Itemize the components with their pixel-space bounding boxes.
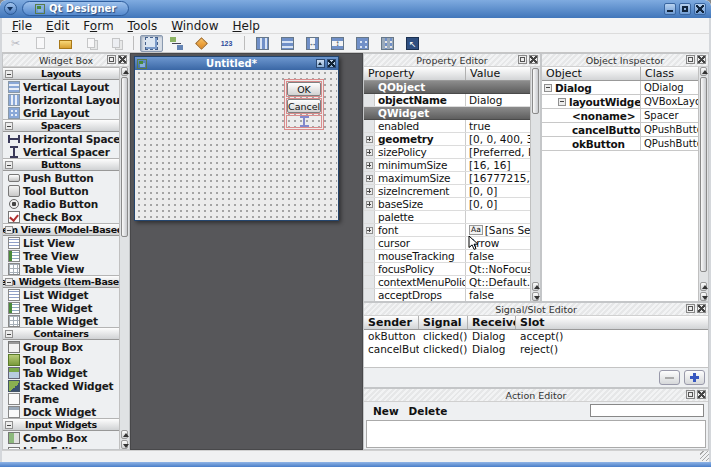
close-icon[interactable] — [697, 390, 706, 399]
scroll-down-icon[interactable] — [532, 292, 539, 301]
widget-item-horizontal-layout[interactable]: Horizontal Layout — [3, 93, 119, 106]
widget-category-layouts[interactable]: Layouts — [3, 67, 119, 80]
scroll-up-icon[interactable] — [121, 430, 128, 439]
maximize-icon[interactable] — [679, 3, 691, 15]
widget-item-group-box[interactable]: Group Box — [3, 340, 119, 353]
minimize-icon[interactable] — [664, 3, 676, 15]
splitter-vertical-button[interactable]: ↕ — [326, 35, 349, 52]
expand-icon[interactable] — [366, 227, 373, 234]
widget-item-list-widget[interactable]: List Widget — [3, 288, 119, 301]
widget-item-vertical-spacer[interactable]: Vertical Spacer — [3, 145, 119, 158]
menu-help[interactable]: Help — [226, 19, 267, 33]
remove-connection-icon[interactable] — [659, 370, 680, 385]
object-inspector-scrollbar[interactable] — [698, 67, 708, 301]
expand-icon[interactable] — [366, 149, 373, 156]
collapse-icon[interactable] — [5, 70, 13, 78]
property-value[interactable]: Dialog — [466, 94, 531, 106]
widget-item-list-view[interactable]: List View — [3, 236, 119, 249]
form-window[interactable]: Untitled* OK Cancel — [134, 56, 339, 221]
expand-icon[interactable] — [366, 188, 373, 195]
object-inspector-header[interactable]: Object Inspector — [542, 54, 708, 67]
form-titlebar[interactable]: Untitled* — [135, 57, 338, 70]
menu-tools[interactable]: Tools — [121, 19, 165, 33]
column-property[interactable]: Property — [364, 67, 466, 80]
property-value[interactable] — [466, 211, 531, 223]
action-list[interactable] — [366, 420, 706, 448]
shade-icon[interactable] — [316, 59, 325, 68]
close-icon[interactable] — [697, 304, 706, 313]
close-icon[interactable] — [529, 55, 538, 64]
widget-item-frame[interactable]: Frame — [3, 392, 119, 405]
layout-grid-button[interactable] — [351, 35, 374, 52]
widget-item-table-widget[interactable]: Table Widget — [3, 314, 119, 327]
scrollbar-thumb[interactable] — [700, 77, 707, 272]
property-value[interactable]: false — [466, 289, 531, 301]
splitter-horizontal-button[interactable]: ↔ — [301, 35, 324, 52]
edit-tab-order-button[interactable]: 123 — [215, 35, 238, 52]
widget-category-item-widgets-item-based[interactable]: Item Widgets (Item-Based) — [3, 275, 119, 288]
widget-item-tree-view[interactable]: Tree View — [3, 249, 119, 262]
close-icon[interactable] — [694, 3, 706, 15]
property-row-contextmenupolicy[interactable]: contextMenuPolicyQt::Default... — [364, 276, 531, 289]
scrollbar-thumb[interactable] — [532, 68, 539, 114]
widget-category-input-widgets[interactable]: Input Widgets — [3, 418, 119, 431]
adjust-size-button[interactable]: ↖ — [401, 35, 424, 52]
widget-item-check-box[interactable]: Check Box — [3, 210, 119, 223]
object-row-noname[interactable]: <noname>Spacer — [542, 109, 699, 123]
property-value[interactable]: false — [466, 250, 531, 262]
float-icon[interactable] — [107, 55, 116, 64]
collapse-icon[interactable] — [5, 122, 13, 130]
widget-item-line-edit[interactable]: Line Edit — [3, 444, 119, 449]
property-row-sizeincrement[interactable]: sizeIncrement[0, 0] — [364, 185, 531, 198]
property-row-objectname[interactable]: objectNameDialog — [364, 94, 531, 107]
column-receiver[interactable]: Receiver — [468, 316, 516, 329]
expand-icon[interactable] — [366, 201, 373, 208]
property-row-sizepolicy[interactable]: sizePolicy[Preferred, P... — [364, 146, 531, 159]
property-value[interactable]: [16, 16] — [466, 159, 531, 171]
property-row-mousetracking[interactable]: mouseTrackingfalse — [364, 250, 531, 263]
document-button[interactable] — [29, 35, 52, 52]
property-row-enabled[interactable]: enabledtrue — [364, 120, 531, 133]
widget-item-tool-button[interactable]: Tool Button — [3, 184, 119, 197]
widget-category-containers[interactable]: Containers — [3, 327, 119, 340]
window-menu-button[interactable] — [4, 2, 17, 15]
form-canvas[interactable]: OK Cancel — [136, 70, 337, 219]
copy-button[interactable] — [79, 35, 102, 52]
object-row-dialog[interactable]: DialogQDialog — [542, 81, 699, 95]
float-icon[interactable] — [518, 55, 527, 64]
expand-icon[interactable] — [366, 175, 373, 182]
widget-item-horizontal-spacer[interactable]: Horizontal Spacer — [3, 132, 119, 145]
paste-button[interactable] — [104, 35, 127, 52]
action-filter-input[interactable] — [590, 404, 704, 417]
scroll-up-icon[interactable] — [700, 67, 707, 76]
layout-selection[interactable]: OK Cancel — [284, 79, 324, 130]
property-row-font[interactable]: fontAa[Sans Se... — [364, 224, 531, 237]
property-row-focuspolicy[interactable]: focusPolicyQt::NoFocus — [364, 263, 531, 276]
close-icon[interactable] — [327, 59, 336, 68]
widget-item-tab-widget[interactable]: Tab Widget — [3, 366, 119, 379]
menu-window[interactable]: Window — [164, 19, 225, 33]
property-scrollbar[interactable] — [530, 67, 540, 301]
expand-icon[interactable] — [366, 136, 373, 143]
folder-open-button[interactable] — [54, 35, 77, 52]
menu-file[interactable]: File — [5, 19, 39, 33]
property-value[interactable]: [16777215,... — [466, 172, 531, 184]
column-class[interactable]: Class — [641, 67, 699, 80]
window-titlebar[interactable]: Qt Designer — [0, 0, 711, 18]
scroll-up-icon[interactable] — [121, 67, 128, 76]
widget-item-stacked-widget[interactable]: Stacked Widget — [3, 379, 119, 392]
column-slot[interactable]: Slot — [516, 316, 708, 329]
property-value[interactable]: Qt::NoFocus — [466, 263, 531, 275]
scroll-up-icon[interactable] — [700, 282, 707, 291]
property-row-maximumsize[interactable]: maximumSize[16777215,... — [364, 172, 531, 185]
property-row-palette[interactable]: palette — [364, 211, 531, 224]
property-value[interactable]: true — [466, 120, 531, 132]
object-row-layoutwidget[interactable]: layoutWidgetQVBoxLayout — [542, 95, 699, 109]
column-object[interactable]: Object — [542, 67, 641, 80]
property-row-acceptdrops[interactable]: acceptDropsfalse — [364, 289, 531, 301]
widget-item-combo-box[interactable]: Combo Box — [3, 431, 119, 444]
property-row-cursor[interactable]: cursorArrow — [364, 237, 531, 250]
layout-vertical-button[interactable] — [276, 35, 299, 52]
widget-item-table-view[interactable]: Table View — [3, 262, 119, 275]
float-icon[interactable] — [686, 55, 695, 64]
